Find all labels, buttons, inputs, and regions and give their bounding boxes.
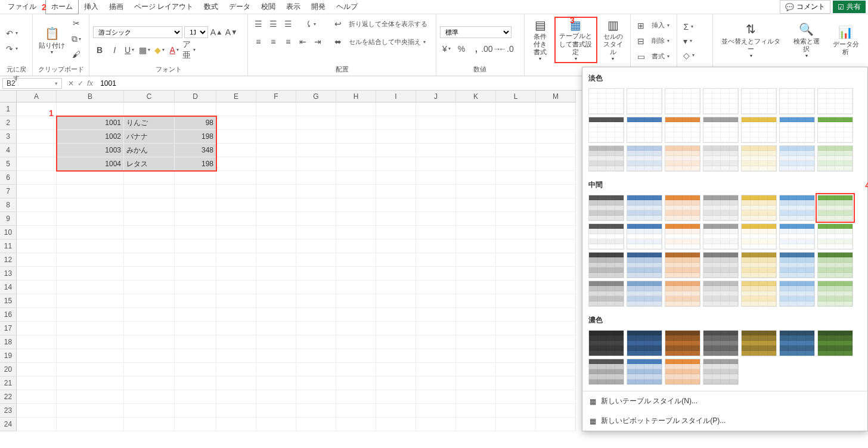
cell-F13[interactable] — [256, 267, 296, 281]
cell-F4[interactable] — [256, 144, 296, 157]
cell-A7[interactable] — [17, 185, 57, 198]
cell-E18[interactable] — [216, 335, 256, 349]
cell-D20[interactable] — [175, 363, 216, 377]
table-style-swatch[interactable] — [779, 252, 815, 278]
decrease-decimal-button[interactable]: ←.0 — [500, 42, 513, 55]
table-style-swatch[interactable] — [741, 223, 777, 250]
cell-I4[interactable] — [376, 144, 416, 157]
cell-F9[interactable] — [256, 212, 296, 226]
cell-K18[interactable] — [456, 335, 496, 349]
cell-F24[interactable] — [256, 418, 296, 431]
cell-L1[interactable] — [496, 102, 536, 116]
cell-G2[interactable] — [296, 116, 336, 130]
column-header-L[interactable]: L — [496, 91, 536, 102]
row-header-18[interactable]: 18 — [0, 335, 17, 349]
table-style-swatch[interactable] — [665, 223, 700, 250]
cell-C19[interactable] — [124, 349, 175, 363]
cell-C4[interactable]: みかん — [124, 144, 175, 157]
cell-E4[interactable] — [216, 144, 256, 157]
table-style-swatch[interactable] — [588, 145, 624, 172]
analyze-data-button[interactable]: 📊データ分析 — [827, 17, 864, 63]
cell-K17[interactable] — [456, 322, 496, 335]
cell-H20[interactable] — [336, 363, 376, 377]
cell-M13[interactable] — [536, 267, 576, 281]
table-style-swatch[interactable] — [588, 223, 624, 250]
table-style-swatch[interactable] — [588, 195, 624, 221]
column-header-I[interactable]: I — [376, 91, 416, 102]
menu-tab-draw[interactable]: 描画 — [104, 0, 129, 14]
cell-K22[interactable] — [456, 390, 496, 404]
table-style-swatch[interactable] — [588, 88, 624, 114]
cell-L2[interactable] — [496, 116, 536, 130]
cell-H8[interactable] — [336, 198, 376, 212]
font-size-selector[interactable]: 11 — [184, 26, 208, 38]
cell-G17[interactable] — [296, 322, 336, 335]
wrap-text-button[interactable]: 折り返して全体を表示する — [346, 17, 430, 30]
row-header-13[interactable]: 13 — [0, 267, 17, 281]
format-as-table-button[interactable]: ▦ テーブルとして書式設定▾ — [554, 17, 597, 63]
underline-button[interactable]: U — [123, 43, 136, 57]
cell-K24[interactable] — [456, 418, 496, 431]
cell-I6[interactable] — [376, 171, 416, 185]
cell-D5[interactable]: 198 — [175, 157, 216, 171]
cell-B23[interactable] — [57, 404, 124, 418]
cell-I7[interactable] — [376, 185, 416, 198]
cell-L17[interactable] — [496, 322, 536, 335]
cell-D8[interactable] — [175, 198, 216, 212]
menu-tab-home[interactable]: ホーム — [45, 0, 79, 14]
cell-K4[interactable] — [456, 144, 496, 157]
cell-J16[interactable] — [416, 308, 456, 322]
cell-M8[interactable] — [536, 198, 576, 212]
row-header-23[interactable]: 23 — [0, 404, 17, 418]
cell-J3[interactable] — [416, 130, 456, 144]
table-style-swatch[interactable] — [665, 252, 700, 278]
font-color-button[interactable]: A — [168, 43, 181, 57]
share-button[interactable]: ☑共有 — [833, 1, 866, 13]
cell-K13[interactable] — [456, 267, 496, 281]
cell-A3[interactable] — [17, 130, 57, 144]
cell-G3[interactable] — [296, 130, 336, 144]
cell-G19[interactable] — [296, 349, 336, 363]
cell-E14[interactable] — [216, 281, 256, 294]
cell-H6[interactable] — [336, 171, 376, 185]
cell-H16[interactable] — [336, 308, 376, 322]
cell-A8[interactable] — [17, 198, 57, 212]
column-header-A[interactable]: A — [17, 91, 57, 102]
table-style-swatch[interactable] — [741, 252, 777, 278]
cell-B17[interactable] — [57, 322, 124, 335]
table-style-swatch[interactable] — [741, 330, 777, 356]
cell-J11[interactable] — [416, 239, 456, 253]
row-header-3[interactable]: 3 — [0, 130, 17, 144]
cell-E8[interactable] — [216, 198, 256, 212]
column-header-B[interactable]: B — [57, 91, 124, 102]
cell-B14[interactable] — [57, 281, 124, 294]
cell-H11[interactable] — [336, 239, 376, 253]
cell-A6[interactable] — [17, 171, 57, 185]
table-style-swatch[interactable] — [627, 252, 662, 278]
cell-M4[interactable] — [536, 144, 576, 157]
cell-B12[interactable] — [57, 253, 124, 267]
cell-M23[interactable] — [536, 404, 576, 418]
cell-D14[interactable] — [175, 281, 216, 294]
cell-L18[interactable] — [496, 335, 536, 349]
redo-button[interactable]: ↷ — [4, 42, 20, 55]
row-header-20[interactable]: 20 — [0, 363, 17, 377]
cell-F6[interactable] — [256, 171, 296, 185]
table-style-swatch[interactable] — [665, 117, 700, 143]
cell-M11[interactable] — [536, 239, 576, 253]
cell-H10[interactable] — [336, 226, 376, 239]
column-header-J[interactable]: J — [416, 91, 456, 102]
cell-C18[interactable] — [124, 335, 175, 349]
fx-icon[interactable]: fx — [87, 79, 93, 88]
cell-styles-button[interactable]: ▥ セルのスタイル▾ — [600, 17, 627, 63]
cell-H4[interactable] — [336, 144, 376, 157]
cell-C2[interactable]: りんご — [124, 116, 175, 130]
table-style-swatch[interactable] — [703, 195, 739, 221]
cell-L20[interactable] — [496, 363, 536, 377]
cell-K12[interactable] — [456, 253, 496, 267]
table-style-swatch[interactable] — [627, 223, 662, 250]
decrease-indent-button[interactable]: ⇤ — [296, 35, 309, 48]
cell-L14[interactable] — [496, 281, 536, 294]
table-style-swatch[interactable] — [741, 195, 777, 221]
phonetic-button[interactable]: ア亜 — [182, 43, 196, 57]
